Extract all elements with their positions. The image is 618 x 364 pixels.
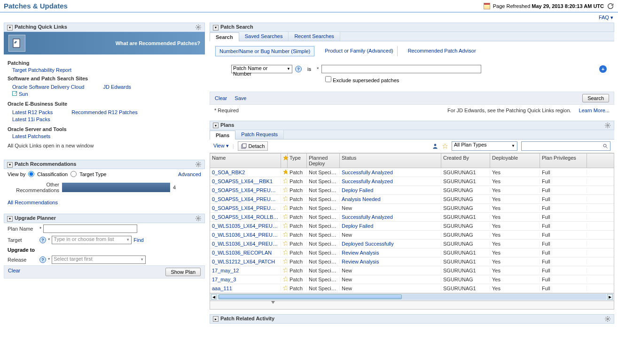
col-status[interactable]: Status	[340, 154, 441, 168]
radio-target-type[interactable]	[70, 171, 77, 177]
cell-status[interactable]: Successfully Analyzed	[340, 214, 441, 220]
help-icon[interactable]: ?	[39, 256, 46, 263]
link-jde[interactable]: JD Edwards	[103, 84, 131, 90]
cell-status[interactable]: Analysis Needed	[340, 196, 441, 202]
show-plan-button[interactable]: Show Plan	[165, 268, 201, 276]
link-advanced[interactable]: Advanced	[178, 171, 201, 177]
table-row[interactable]: aaa_111PatchNot SpecifiedNewSGURUNAG1Yes…	[210, 284, 614, 293]
add-criteria-icon[interactable]: +	[599, 65, 607, 73]
plan-filter-input[interactable]	[521, 141, 610, 151]
cell-name[interactable]: 0_SOAPS5_LX64__RBK1	[210, 178, 281, 184]
cell-fav[interactable]	[281, 196, 288, 202]
search-button[interactable]: Search	[582, 94, 609, 102]
expand-icon[interactable]: ▸	[213, 316, 219, 322]
help-icon[interactable]: ?	[295, 66, 302, 72]
cell-fav[interactable]	[281, 205, 288, 211]
subtab-advanced[interactable]: Product or Family (Advanced)	[321, 46, 398, 56]
plan-type-select[interactable]: All Plan Types	[452, 141, 517, 151]
table-row[interactable]: 0_SOAPS5_LX64_PREUPG_PLAPatchNot Specifi…	[210, 195, 614, 204]
col-planned-deploy[interactable]: Planned Deploy	[307, 154, 340, 168]
cell-name[interactable]: 0_WLS1212_LX64_PATCH	[210, 259, 281, 264]
gear-icon[interactable]	[195, 215, 202, 222]
plan-name-input[interactable]	[43, 225, 137, 233]
cell-name[interactable]: 0_SOAPS5_LX64_PREUPG_PLA	[210, 205, 281, 211]
detach-button[interactable]: Detach	[238, 141, 268, 151]
cell-name[interactable]: 0_WLS1035_LX64_PREUPG_AN	[210, 223, 281, 229]
cell-fav[interactable]	[281, 187, 288, 194]
cell-fav[interactable]	[281, 178, 288, 185]
target-select[interactable]: Type in or choose from list	[52, 236, 132, 244]
cell-name[interactable]: 0_SOAPS5_LX64_PREUPG_PLA	[210, 196, 281, 202]
link-r12patches[interactable]: Recommended R12 Patches	[71, 109, 138, 115]
cell-status[interactable]: Deploy Failed	[340, 223, 441, 229]
col-type[interactable]: Type	[288, 154, 307, 168]
table-row[interactable]: 0_WLS1035_LX64_PREUPG_ANPatchNot Specifi…	[210, 222, 614, 231]
table-row[interactable]: 0_SOA_RBK2PatchNot SpecifiedSuccessfully…	[210, 168, 614, 177]
cell-name[interactable]: aaa_111	[210, 286, 281, 291]
table-row[interactable]: 0_WLS1036_LX64_PREUPG_PLAPatchNot Specif…	[210, 231, 614, 240]
tab-saved-searches[interactable]: Saved Searches	[239, 32, 289, 41]
col-deployable[interactable]: Deployable	[490, 154, 540, 168]
learn-more-link[interactable]: Learn More...	[579, 108, 610, 113]
cell-name[interactable]: 0_WLS1036_LX64_PREUPG_PLA	[210, 232, 281, 238]
tab-plans[interactable]: Plans	[210, 131, 235, 139]
cell-fav[interactable]	[281, 285, 288, 292]
release-select[interactable]: Select target first	[52, 256, 146, 264]
cell-name[interactable]: 0_WLS1036_LX64_PREUPG_PL	[210, 241, 281, 247]
cell-name[interactable]: 17_may_3	[210, 277, 281, 282]
gear-icon[interactable]	[604, 122, 611, 129]
table-row[interactable]: 0_SOAPS5_LX64_PREUPG_PLAPatchNot Specifi…	[210, 204, 614, 213]
link-find[interactable]: Find	[133, 237, 143, 243]
refresh-icon[interactable]	[607, 2, 614, 10]
cell-fav[interactable]	[281, 267, 288, 274]
cell-status[interactable]: Deployed Successfully	[340, 241, 441, 247]
star-icon[interactable]	[442, 143, 448, 149]
save-link[interactable]: Save	[235, 95, 246, 101]
gear-icon[interactable]	[195, 161, 202, 168]
cell-name[interactable]: 0_SOAPS5_LX64_PREUPG_ANA	[210, 187, 281, 193]
table-row[interactable]: 0_WLS1036_LX64_PREUPG_PLPatchNot Specifi…	[210, 240, 614, 248]
link-r12packs[interactable]: Latest R12 Packs	[12, 109, 53, 115]
link-target-report[interactable]: Target Patchability Report	[12, 67, 201, 73]
cell-name[interactable]: 0_SOAPS5_LX64_ROLLBACK	[210, 214, 281, 220]
collapse-icon[interactable]: ▾	[7, 162, 13, 168]
link-osdc[interactable]: Oracle Software Delivery Cloud	[12, 84, 84, 90]
col-name[interactable]: Name	[210, 154, 281, 168]
table-row[interactable]: 0_WLS1212_LX64_PATCHPatchNot SpecifiedRe…	[210, 257, 614, 266]
link-sun[interactable]: Sun	[12, 91, 84, 97]
subtab-advisor[interactable]: Recommended Patch Advisor	[404, 46, 480, 56]
faq-link[interactable]: FAQ ▾	[599, 15, 613, 20]
cell-fav[interactable]	[281, 240, 288, 247]
cell-fav[interactable]	[281, 169, 288, 176]
cell-status[interactable]: Review Analysis	[340, 259, 441, 264]
col-fav[interactable]	[281, 154, 288, 168]
table-row[interactable]: 0_SOAPS5_LX64_ROLLBACKPatchNot Specified…	[210, 213, 614, 222]
radio-classification[interactable]	[28, 171, 34, 177]
exclude-checkbox[interactable]	[325, 76, 331, 82]
col-created-by[interactable]: Created By	[441, 154, 490, 168]
clear-button[interactable]: Clear	[8, 268, 20, 276]
collapse-icon[interactable]: ▾	[213, 123, 219, 128]
tab-recent-searches[interactable]: Recent Searches	[289, 32, 340, 41]
help-icon[interactable]: ?	[39, 237, 46, 243]
tab-patch-requests[interactable]: Patch Requests	[235, 130, 284, 139]
scroll-right-icon[interactable]: ▶	[607, 294, 613, 300]
cell-name[interactable]: 0_SOA_RBK2	[210, 170, 281, 175]
cell-status[interactable]: Successfully Analyzed	[340, 170, 441, 175]
link-all-recs[interactable]: All Recommendations	[8, 200, 58, 205]
cell-name[interactable]: 17_may_12	[210, 268, 281, 273]
recommended-promo-link[interactable]: What are Recommended Patches?	[116, 40, 200, 46]
table-row[interactable]: 0_SOAPS5_LX64_PREUPG_ANAPatchNot Specifi…	[210, 186, 614, 195]
search-value-input[interactable]	[321, 65, 481, 73]
table-row[interactable]: 0_WLS1036_RECOPLANPatchNot SpecifiedRevi…	[210, 248, 614, 257]
cell-fav[interactable]	[281, 223, 288, 229]
search-field-select[interactable]: Patch Name or Number	[231, 65, 292, 73]
bar-other-recs[interactable]	[62, 183, 170, 192]
subtab-simple[interactable]: Number/Name or Bug Number (Simple)	[215, 46, 314, 56]
cell-status[interactable]: Review Analysis	[340, 250, 441, 256]
tab-search[interactable]: Search	[210, 32, 239, 41]
cell-name[interactable]: 0_WLS1036_RECOPLAN	[210, 250, 281, 256]
cell-fav[interactable]	[281, 214, 288, 220]
clear-link[interactable]: Clear	[215, 95, 227, 101]
gear-icon[interactable]	[195, 24, 202, 31]
